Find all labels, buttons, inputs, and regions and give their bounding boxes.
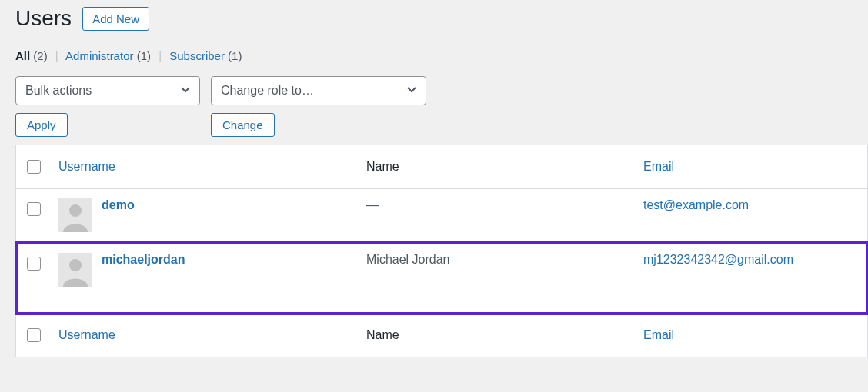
change-role-select[interactable]: Change role to…	[211, 76, 426, 105]
table-row: demo—test@example.com	[16, 189, 868, 242]
page-title: Users	[15, 6, 72, 31]
email-link[interactable]: test@example.com	[643, 198, 749, 211]
role-filters: All (2) | Administrator (1) | Subscriber…	[15, 49, 868, 62]
filter-all-label: All	[15, 49, 30, 62]
column-username[interactable]: Username	[58, 160, 115, 173]
separator: |	[51, 49, 63, 62]
avatar	[58, 253, 92, 287]
change-button[interactable]: Change	[211, 113, 275, 137]
chevron-down-icon	[179, 83, 192, 98]
user-name: —	[366, 198, 379, 211]
email-link[interactable]: mj1232342342@gmail.com	[643, 253, 793, 266]
users-table: Username Name Email demo—test@example.co…	[15, 145, 868, 357]
filter-admin-label: Administrator	[65, 49, 133, 62]
filter-sub-count: (1)	[228, 49, 242, 62]
filter-sub-label: Subscriber	[169, 49, 225, 62]
user-name: Michael Jordan	[366, 253, 450, 266]
column-email-footer[interactable]: Email	[643, 328, 674, 341]
filter-admin-count: (1)	[137, 49, 151, 62]
row-checkbox[interactable]	[27, 257, 41, 271]
apply-button[interactable]: Apply	[15, 113, 68, 137]
bulk-actions-label: Bulk actions	[25, 84, 92, 98]
filter-all-count: (2)	[33, 49, 47, 62]
svg-point-1	[69, 204, 82, 217]
bulk-actions-select[interactable]: Bulk actions	[15, 76, 200, 105]
column-name: Name	[359, 145, 636, 189]
username-link[interactable]: demo	[102, 198, 135, 212]
filter-administrator[interactable]: Administrator (1)	[65, 49, 151, 62]
filter-subscriber[interactable]: Subscriber (1)	[169, 49, 242, 62]
row-checkbox[interactable]	[27, 202, 41, 216]
chevron-down-icon	[406, 83, 418, 98]
add-new-button[interactable]: Add New	[82, 7, 149, 31]
select-all-checkbox[interactable]	[27, 160, 41, 174]
select-all-checkbox-footer[interactable]	[27, 328, 41, 342]
username-link[interactable]: michaeljordan	[102, 253, 185, 267]
table-row: michaeljordanMichael Jordanmj1232342342@…	[16, 242, 868, 314]
column-username-footer[interactable]: Username	[58, 328, 115, 341]
change-role-label: Change role to…	[221, 84, 314, 98]
avatar	[58, 198, 92, 232]
separator: |	[154, 49, 166, 62]
svg-point-3	[69, 259, 82, 271]
column-name-footer: Name	[359, 314, 636, 357]
column-email[interactable]: Email	[643, 160, 674, 173]
filter-all[interactable]: All (2)	[15, 49, 48, 62]
